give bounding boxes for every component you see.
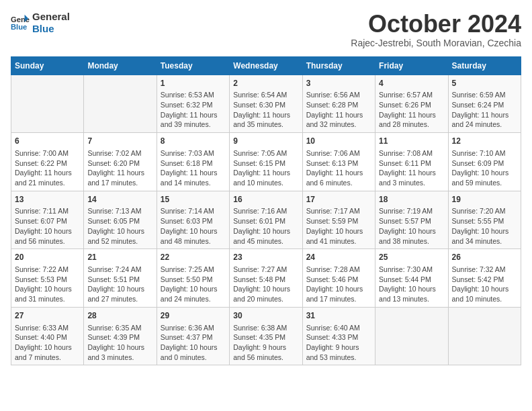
week-row-5: 27Sunrise: 6:33 AMSunset: 4:40 PMDayligh…: [11, 307, 521, 365]
calendar-cell: [11, 75, 84, 133]
day-number: 28: [87, 310, 152, 322]
day-number: 17: [306, 194, 371, 205]
calendar-cell: 9Sunrise: 7:05 AMSunset: 6:15 PMDaylight…: [230, 133, 302, 191]
day-number: 30: [233, 310, 298, 322]
calendar-cell: 23Sunrise: 7:27 AMSunset: 5:48 PMDayligh…: [230, 249, 302, 308]
day-number: 7: [87, 136, 152, 147]
calendar-cell: 4Sunrise: 6:57 AMSunset: 6:26 PMDaylight…: [375, 75, 448, 133]
svg-text:Blue: Blue: [11, 23, 27, 31]
day-number: 15: [161, 194, 226, 205]
title-block: October 2024 Rajec-Jestrebi, South Morav…: [351, 11, 521, 48]
day-number: 10: [306, 136, 371, 147]
day-info: Sunrise: 7:20 AMSunset: 5:55 PMDaylight:…: [452, 206, 517, 246]
calendar-cell: 17Sunrise: 7:17 AMSunset: 5:59 PMDayligh…: [302, 191, 375, 249]
calendar-cell: 25Sunrise: 7:30 AMSunset: 5:44 PMDayligh…: [375, 249, 448, 308]
calendar-table: SundayMondayTuesdayWednesdayThursdayFrid…: [11, 56, 521, 366]
calendar-cell: 11Sunrise: 7:08 AMSunset: 6:11 PMDayligh…: [375, 133, 448, 191]
day-header-saturday: Saturday: [448, 56, 521, 75]
calendar-cell: 29Sunrise: 6:36 AMSunset: 4:37 PMDayligh…: [157, 307, 229, 365]
calendar-cell: 2Sunrise: 6:54 AMSunset: 6:30 PMDaylight…: [230, 75, 302, 133]
day-number: 25: [379, 252, 444, 263]
calendar-cell: 18Sunrise: 7:19 AMSunset: 5:57 PMDayligh…: [375, 191, 448, 249]
day-info: Sunrise: 7:17 AMSunset: 5:59 PMDaylight:…: [306, 206, 371, 246]
day-info: Sunrise: 7:10 AMSunset: 6:09 PMDaylight:…: [452, 148, 517, 188]
day-info: Sunrise: 7:06 AMSunset: 6:13 PMDaylight:…: [306, 148, 371, 188]
day-number: 21: [87, 252, 152, 263]
calendar-cell: 14Sunrise: 7:13 AMSunset: 6:05 PMDayligh…: [84, 191, 157, 249]
day-number: 9: [233, 136, 298, 147]
calendar-cell: 27Sunrise: 6:33 AMSunset: 4:40 PMDayligh…: [11, 307, 84, 365]
calendar-cell: [448, 307, 521, 365]
day-number: 29: [161, 310, 226, 322]
day-info: Sunrise: 7:24 AMSunset: 5:51 PMDaylight:…: [87, 265, 152, 304]
day-number: 6: [15, 136, 80, 147]
calendar-cell: 28Sunrise: 6:35 AMSunset: 4:39 PMDayligh…: [84, 307, 157, 365]
calendar-cell: 20Sunrise: 7:22 AMSunset: 5:53 PMDayligh…: [11, 249, 84, 308]
day-number: 18: [379, 194, 444, 205]
day-info: Sunrise: 7:11 AMSunset: 6:07 PMDaylight:…: [15, 206, 80, 246]
day-info: Sunrise: 7:00 AMSunset: 6:22 PMDaylight:…: [15, 148, 80, 188]
day-number: 12: [452, 136, 517, 147]
calendar-cell: 31Sunrise: 6:40 AMSunset: 4:33 PMDayligh…: [302, 307, 375, 365]
day-info: Sunrise: 6:56 AMSunset: 6:28 PMDaylight:…: [306, 90, 371, 130]
day-info: Sunrise: 7:02 AMSunset: 6:20 PMDaylight:…: [87, 148, 152, 188]
calendar-cell: 26Sunrise: 7:32 AMSunset: 5:42 PMDayligh…: [448, 249, 521, 308]
calendar-cell: 13Sunrise: 7:11 AMSunset: 6:07 PMDayligh…: [11, 191, 84, 249]
day-number: 3: [306, 78, 371, 89]
logo-icon: General Blue: [11, 13, 30, 32]
day-number: 24: [306, 252, 371, 263]
day-info: Sunrise: 6:38 AMSunset: 4:35 PMDaylight:…: [233, 323, 298, 363]
day-number: 20: [15, 252, 80, 263]
calendar-cell: 10Sunrise: 7:06 AMSunset: 6:13 PMDayligh…: [302, 133, 375, 191]
day-number: 2: [233, 78, 298, 89]
calendar-cell: 7Sunrise: 7:02 AMSunset: 6:20 PMDaylight…: [84, 133, 157, 191]
day-number: 5: [452, 78, 517, 89]
day-header-monday: Monday: [84, 56, 157, 75]
day-info: Sunrise: 7:25 AMSunset: 5:50 PMDaylight:…: [161, 265, 226, 304]
day-number: 14: [87, 194, 152, 205]
day-info: Sunrise: 7:16 AMSunset: 6:01 PMDaylight:…: [233, 206, 298, 246]
calendar-cell: 3Sunrise: 6:56 AMSunset: 6:28 PMDaylight…: [302, 75, 375, 133]
day-info: Sunrise: 7:03 AMSunset: 6:18 PMDaylight:…: [161, 148, 226, 188]
calendar-cell: 21Sunrise: 7:24 AMSunset: 5:51 PMDayligh…: [84, 249, 157, 308]
month-title: October 2024: [351, 11, 521, 38]
day-number: 1: [161, 78, 226, 89]
day-header-tuesday: Tuesday: [157, 56, 229, 75]
calendar-cell: 24Sunrise: 7:28 AMSunset: 5:46 PMDayligh…: [302, 249, 375, 308]
day-number: 22: [161, 252, 226, 263]
day-info: Sunrise: 7:05 AMSunset: 6:15 PMDaylight:…: [233, 148, 298, 188]
day-number: 23: [233, 252, 298, 263]
calendar-cell: 5Sunrise: 6:59 AMSunset: 6:24 PMDaylight…: [448, 75, 521, 133]
day-info: Sunrise: 7:30 AMSunset: 5:44 PMDaylight:…: [379, 265, 444, 304]
day-info: Sunrise: 6:33 AMSunset: 4:40 PMDaylight:…: [15, 323, 80, 363]
calendar-cell: 19Sunrise: 7:20 AMSunset: 5:55 PMDayligh…: [448, 191, 521, 249]
day-info: Sunrise: 7:19 AMSunset: 5:57 PMDaylight:…: [379, 206, 444, 246]
day-info: Sunrise: 7:32 AMSunset: 5:42 PMDaylight:…: [452, 265, 517, 304]
day-info: Sunrise: 7:27 AMSunset: 5:48 PMDaylight:…: [233, 265, 298, 304]
day-info: Sunrise: 6:35 AMSunset: 4:39 PMDaylight:…: [87, 323, 152, 363]
calendar-cell: [84, 75, 157, 133]
day-number: 19: [452, 194, 517, 205]
day-number: 27: [15, 310, 80, 322]
day-number: 16: [233, 194, 298, 205]
calendar-cell: [375, 307, 448, 365]
week-row-1: 1Sunrise: 6:53 AMSunset: 6:32 PMDaylight…: [11, 75, 521, 133]
day-info: Sunrise: 7:22 AMSunset: 5:53 PMDaylight:…: [15, 265, 80, 304]
calendar-cell: 30Sunrise: 6:38 AMSunset: 4:35 PMDayligh…: [230, 307, 302, 365]
calendar-cell: 12Sunrise: 7:10 AMSunset: 6:09 PMDayligh…: [448, 133, 521, 191]
day-info: Sunrise: 7:13 AMSunset: 6:05 PMDaylight:…: [87, 206, 152, 246]
day-info: Sunrise: 6:57 AMSunset: 6:26 PMDaylight:…: [379, 90, 444, 130]
calendar-cell: 8Sunrise: 7:03 AMSunset: 6:18 PMDaylight…: [157, 133, 229, 191]
week-row-2: 6Sunrise: 7:00 AMSunset: 6:22 PMDaylight…: [11, 133, 521, 191]
day-number: 11: [379, 136, 444, 147]
location-subtitle: Rajec-Jestrebi, South Moravian, Czechia: [351, 38, 521, 48]
page-header: General Blue General Blue October 2024 R…: [11, 11, 521, 48]
calendar-cell: 1Sunrise: 6:53 AMSunset: 6:32 PMDaylight…: [157, 75, 229, 133]
day-info: Sunrise: 6:59 AMSunset: 6:24 PMDaylight:…: [452, 90, 517, 130]
day-info: Sunrise: 7:28 AMSunset: 5:46 PMDaylight:…: [306, 265, 371, 304]
calendar-cell: 15Sunrise: 7:14 AMSunset: 6:03 PMDayligh…: [157, 191, 229, 249]
header-row: SundayMondayTuesdayWednesdayThursdayFrid…: [11, 56, 521, 75]
week-row-3: 13Sunrise: 7:11 AMSunset: 6:07 PMDayligh…: [11, 191, 521, 249]
day-info: Sunrise: 7:14 AMSunset: 6:03 PMDaylight:…: [161, 206, 226, 246]
day-header-wednesday: Wednesday: [230, 56, 302, 75]
